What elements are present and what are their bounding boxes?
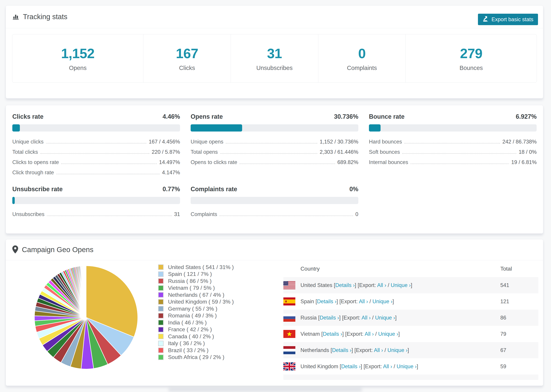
legend-label: Italy ( 36 / 2% ) bbox=[168, 340, 205, 347]
link-separator: / bbox=[392, 364, 397, 369]
legend-label: Germany ( 55 / 3% ) bbox=[168, 306, 217, 312]
rate-title: Opens rate bbox=[191, 113, 223, 120]
rate-progress-track bbox=[12, 124, 180, 132]
legend-label: South Africa ( 29 / 2% ) bbox=[168, 354, 224, 360]
rate-stat-value: 19 / 6.81% bbox=[511, 159, 537, 166]
export-label-text: ] [Export: bbox=[361, 364, 383, 369]
rate-stat-row: Total clicks220 / 5.87% bbox=[12, 146, 180, 156]
legend-item-south-africa: South Africa ( 29 / 2% ) bbox=[158, 354, 234, 361]
link-separator: / bbox=[374, 331, 378, 337]
export-all-link[interactable]: All › bbox=[365, 331, 374, 337]
export-unique-link[interactable]: Unique › bbox=[378, 331, 398, 337]
rate-stat-value: 1,152 / 30.736% bbox=[320, 139, 358, 146]
closing-bracket: ] bbox=[407, 347, 409, 353]
geo-opens-pie-chart[interactable] bbox=[29, 261, 143, 374]
export-unique-link[interactable]: Unique › bbox=[375, 315, 395, 321]
rate-stat-label: Complaints bbox=[191, 211, 217, 218]
link-separator: / bbox=[383, 347, 387, 353]
legend-swatch bbox=[158, 292, 164, 298]
rate-progress-fill bbox=[12, 124, 20, 132]
rate-block-opens-rate: Opens rate30.736%Unique opens1,152 / 30.… bbox=[191, 113, 358, 177]
details-link[interactable]: Details › bbox=[323, 331, 342, 337]
rate-block-complaints-rate: Complaints rate0%Complaints0 bbox=[191, 186, 358, 218]
table-row-inner bbox=[283, 378, 538, 380]
export-icon bbox=[483, 16, 489, 23]
map-pin-icon bbox=[12, 245, 18, 254]
geo-country-table: Country Total United States [Details ›] … bbox=[283, 260, 538, 380]
details-link[interactable]: Details › bbox=[341, 364, 361, 369]
rate-stat-rows: Unique clicks167 / 4.456%Total clicks220… bbox=[12, 136, 180, 177]
stat-value: 167 bbox=[176, 46, 198, 61]
flag-icon-us bbox=[283, 281, 295, 289]
page-title: Tracking stats bbox=[23, 13, 67, 21]
rate-block-unsubscribe-rate: Unsubscribe rate0.77%Unsubscribes31 bbox=[12, 186, 180, 218]
rate-progress-track bbox=[191, 124, 358, 132]
rate-stat-value: 220 / 5.87% bbox=[152, 149, 180, 156]
geo-section-title: Campaign Geo Opens bbox=[22, 245, 93, 254]
export-all-link[interactable]: All › bbox=[377, 282, 386, 288]
rate-stat-row: Opens to clicks rate689.82% bbox=[191, 156, 358, 166]
stat-cell-opens: 1,152Opens bbox=[12, 34, 143, 83]
table-row-vietnam: Vietnam [Details ›] [Export: All › / Uni… bbox=[283, 326, 538, 342]
legend-swatch bbox=[158, 334, 164, 339]
country-name: Vietnam [ bbox=[300, 331, 323, 337]
rate-stat-row: Unique opens1,152 / 30.736% bbox=[191, 136, 358, 146]
rate-stat-label: Clicks to opens rate bbox=[12, 159, 59, 166]
flag-icon-es bbox=[283, 297, 295, 305]
export-unique-link[interactable]: Unique › bbox=[397, 364, 417, 369]
rate-stat-label: Opens to clicks rate bbox=[191, 159, 237, 166]
export-unique-link[interactable]: Unique › bbox=[387, 347, 407, 353]
rate-stat-value: 0 bbox=[355, 211, 358, 218]
rate-stat-label: Total clicks bbox=[12, 149, 38, 156]
rate-stat-value: 4.147% bbox=[162, 169, 180, 177]
flag-icon-vn bbox=[283, 330, 295, 338]
table-row-partial bbox=[283, 375, 538, 380]
export-all-link[interactable]: All › bbox=[383, 364, 392, 369]
country-name: Spain [ bbox=[300, 298, 317, 304]
rate-block-header: Unsubscribe rate0.77% bbox=[12, 186, 180, 193]
details-link[interactable]: Details › bbox=[335, 282, 355, 288]
legend-label: Russia ( 86 / 5% ) bbox=[168, 278, 212, 284]
export-unique-link[interactable]: Unique › bbox=[391, 282, 411, 288]
export-all-link[interactable]: All › bbox=[359, 298, 368, 304]
flag-icon-ru bbox=[283, 314, 295, 322]
country-name: Netherlands [ bbox=[300, 347, 332, 353]
total-cell: 541 bbox=[500, 282, 538, 288]
rate-stat-row: Complaints0 bbox=[191, 208, 358, 218]
stat-label: Clicks bbox=[179, 64, 195, 71]
tracking-stats-card: Tracking stats Export basic stats 1,152O… bbox=[6, 5, 543, 98]
details-link[interactable]: Details › bbox=[332, 347, 352, 353]
dotted-leader bbox=[240, 163, 335, 164]
stat-cell-unsubscribes: 31Unsubscribes bbox=[231, 34, 318, 83]
rate-block-bounce-rate: Bounce rate6.927%Hard bounces242 / 86.73… bbox=[369, 113, 537, 177]
rate-title: Clicks rate bbox=[12, 113, 43, 120]
details-link[interactable]: Details › bbox=[320, 315, 339, 321]
rates-card: Clicks rate4.46%Unique clicks167 / 4.456… bbox=[6, 105, 543, 234]
rate-progress-track bbox=[12, 197, 180, 204]
details-link[interactable]: Details › bbox=[317, 298, 337, 304]
country-cell: Netherlands [Details ›] [Export: All › /… bbox=[295, 347, 500, 353]
stat-label: Complaints bbox=[347, 64, 377, 71]
legend-swatch bbox=[158, 313, 164, 318]
table-header-row: Country Total bbox=[283, 260, 538, 277]
dotted-leader bbox=[40, 153, 149, 154]
rate-title: Unsubscribe rate bbox=[12, 186, 63, 193]
rate-stat-label: Click through rate bbox=[12, 169, 54, 177]
rate-value: 0.77% bbox=[162, 186, 180, 193]
closing-bracket: ] bbox=[395, 315, 397, 321]
export-all-link[interactable]: All › bbox=[361, 315, 371, 321]
export-basic-stats-button[interactable]: Export basic stats bbox=[478, 14, 538, 25]
link-separator: / bbox=[368, 298, 373, 304]
flag-icon-gb bbox=[283, 362, 295, 371]
export-all-link[interactable]: All › bbox=[374, 347, 383, 353]
legend-item-brazil: Brazil ( 33 / 2% ) bbox=[158, 347, 234, 354]
legend-item-romania: Romania ( 49 / 3% ) bbox=[158, 312, 234, 319]
closing-bracket: ] bbox=[417, 364, 418, 369]
legend-label: Canada ( 40 / 2% ) bbox=[168, 333, 214, 340]
dotted-leader bbox=[410, 163, 509, 164]
legend-swatch bbox=[158, 348, 164, 353]
export-unique-link[interactable]: Unique › bbox=[372, 298, 392, 304]
country-cell: United Kingdom [Details ›] [Export: All … bbox=[295, 364, 500, 370]
geo-opens-header: Campaign Geo Opens bbox=[6, 239, 543, 260]
pie-legend: United States ( 541 / 31% )Spain ( 121 /… bbox=[158, 264, 234, 361]
